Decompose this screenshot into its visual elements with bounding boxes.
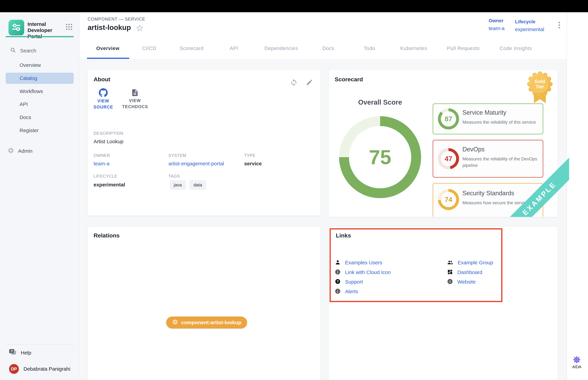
relations-title: Relations: [94, 232, 120, 239]
app-window: Internal Developer Portal Search Overvie…: [0, 0, 588, 380]
overall-score-donut: 75: [339, 116, 421, 198]
metric-card-devops[interactable]: 47 DevOps Measures the reliability of th…: [433, 140, 543, 178]
owner-field-label: OWNER: [94, 153, 110, 158]
owner-label: Owner: [489, 18, 503, 23]
link-alerts[interactable]: Alerts: [335, 288, 358, 295]
relations-card: Relations component:artist-lookup: [88, 227, 321, 380]
link-examples-users[interactable]: Examples Users: [335, 259, 382, 266]
sidebar-item-admin[interactable]: Admin: [7, 146, 72, 156]
owner-value[interactable]: team-a: [489, 25, 504, 31]
sidebar-item-label: Register: [19, 128, 39, 133]
page-title: artist-lookup: [88, 23, 131, 32]
sidebar-item-overview[interactable]: Overview: [6, 59, 74, 71]
tab-cicd[interactable]: CI/CD: [142, 46, 156, 51]
view-source-label: VIEW SOURCE: [91, 98, 116, 110]
links-title: Links: [336, 232, 351, 239]
link-example-group[interactable]: Example Group: [447, 259, 493, 266]
document-icon: [131, 95, 139, 97]
link-cloud[interactable]: Link with Cloud Icon: [335, 269, 391, 276]
scorecard-card: Scorecard Gold Tier: [329, 70, 558, 217]
sidebar-help-label: Help: [21, 350, 31, 356]
tab-kubernetes[interactable]: Kubernetes: [400, 46, 427, 51]
relation-node-chip[interactable]: component:artist-lookup: [166, 317, 247, 328]
description-value: Artist Lookup: [94, 139, 123, 144]
user-name: Debabrata Panigrahi: [23, 366, 70, 372]
link-website[interactable]: Website: [447, 279, 476, 285]
relation-node-label: component:artist-lookup: [181, 320, 241, 325]
metric-donut: 87: [438, 108, 459, 130]
description-label: DESCRIPTION: [94, 131, 123, 136]
link-label: Alerts: [345, 289, 358, 294]
owner-field-value[interactable]: team-a: [94, 161, 109, 167]
link-support[interactable]: ? Support: [335, 279, 363, 285]
globe-icon: [335, 269, 341, 276]
tab-docs[interactable]: Docs: [322, 46, 334, 51]
sidebar-item-workflows[interactable]: Workflows: [6, 86, 74, 97]
tab-todo[interactable]: Todo: [364, 46, 375, 51]
github-icon: [99, 95, 108, 98]
tags-list: java data: [170, 180, 209, 190]
active-tab-indicator: [87, 58, 129, 59]
breadcrumb: COMPONENT — SERVICE: [88, 17, 145, 22]
overall-score-value: 75: [369, 146, 391, 169]
view-techdocs-label: VIEW TECHDOCS: [122, 97, 148, 110]
type-field-value: service: [244, 161, 262, 167]
sidebar-item-catalog[interactable]: Catalog: [6, 73, 74, 84]
sidebar-item-label: API: [19, 101, 28, 107]
sidebar-search[interactable]: Search: [10, 46, 75, 55]
brand-divider: [6, 36, 74, 37]
lifecycle-field-label: LIFECYCLE: [94, 174, 117, 179]
sidebar-item-register[interactable]: Register: [6, 125, 74, 136]
search-icon: [10, 47, 16, 54]
gear-icon: [7, 147, 14, 155]
link-label: Link with Cloud Icon: [345, 269, 391, 275]
metric-score: 87: [445, 115, 452, 123]
sidebar-bottom-divider: [6, 344, 74, 344]
system-field-label: SYSTEM: [169, 153, 186, 158]
metric-name: DevOps: [462, 146, 485, 153]
globe-icon: [447, 279, 453, 285]
refresh-icon[interactable]: [290, 79, 298, 87]
view-techdocs-button[interactable]: VIEW TECHDOCS: [122, 89, 148, 110]
user-profile[interactable]: DP Debabrata Panigrahi: [8, 363, 76, 375]
sidebar-item-docs[interactable]: Docs: [6, 112, 74, 123]
about-title: About: [94, 76, 110, 83]
sidebar: Internal Developer Portal Search Overvie…: [0, 12, 79, 380]
scorecard-title: Scorecard: [335, 76, 363, 83]
tags-field-label: TAGS: [169, 174, 180, 179]
app-logo[interactable]: [8, 20, 24, 35]
group-icon: [447, 259, 453, 266]
sidebar-item-label: Catalog: [19, 75, 37, 81]
edit-icon[interactable]: [306, 79, 313, 87]
sidebar-item-api[interactable]: API: [6, 99, 74, 110]
tab-scorecard[interactable]: Scorecard: [179, 46, 204, 51]
more-options-icon[interactable]: [559, 22, 560, 23]
sliders-icon: [11, 22, 21, 33]
svg-text:?: ?: [337, 280, 339, 283]
tag-chip[interactable]: data: [189, 180, 206, 190]
tab-dependencies[interactable]: Dependencies: [265, 46, 298, 51]
view-source-button[interactable]: VIEW SOURCE: [91, 88, 116, 110]
dashboard-icon: [447, 269, 453, 276]
metric-score: 47: [445, 155, 452, 163]
metric-card-service-maturity[interactable]: 87 Service Maturity Measures the reliabi…: [433, 103, 543, 134]
link-dashboard[interactable]: Dashboard: [447, 269, 482, 276]
tab-code-insights[interactable]: Code Insights: [500, 46, 532, 51]
link-label: Examples Users: [345, 260, 382, 266]
tab-pull-requests[interactable]: Pull Requests: [447, 46, 480, 51]
metric-donut: 47: [438, 148, 459, 169]
lifecycle-value: experimental: [515, 27, 544, 32]
lifecycle-field-value: experimental: [94, 182, 125, 188]
help-icon: ?: [335, 279, 341, 285]
aida-assistant[interactable]: AIDA: [568, 356, 585, 369]
sidebar-help[interactable]: ? Help: [9, 348, 60, 358]
tab-overview[interactable]: Overview: [96, 46, 120, 51]
apps-grid-icon[interactable]: [66, 24, 67, 25]
metric-card-security-standards[interactable]: 74 Security Standards Measures how secur…: [433, 183, 543, 217]
avatar: DP: [8, 363, 20, 375]
favorite-star-icon[interactable]: [136, 24, 144, 33]
link-label: Dashboard: [457, 269, 482, 275]
tag-chip[interactable]: java: [170, 180, 186, 190]
tab-api[interactable]: API: [230, 46, 238, 51]
system-field-value[interactable]: artist-engagement-portal: [169, 161, 224, 167]
